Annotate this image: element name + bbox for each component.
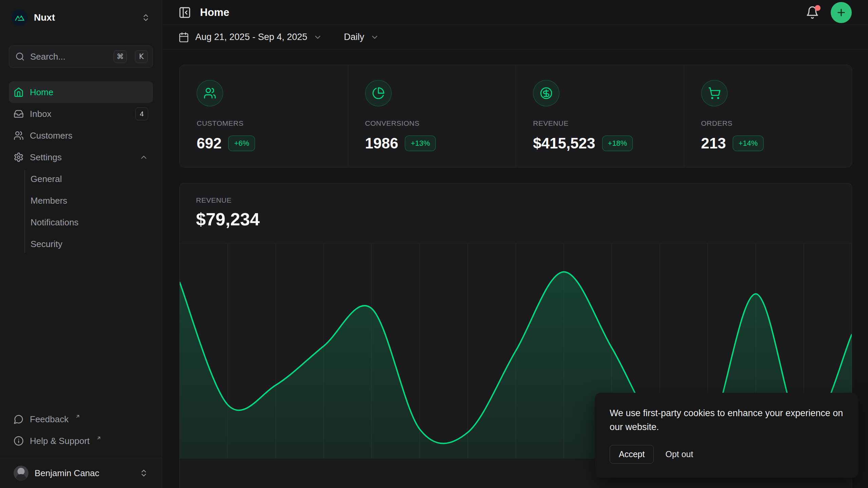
sub-item-label: General — [31, 174, 62, 184]
granularity-select[interactable]: Daily — [344, 32, 379, 42]
sidebar-item-members[interactable]: Members — [31, 190, 153, 211]
chevron-up-icon — [139, 153, 148, 162]
external-link-icon — [96, 435, 101, 441]
collapse-sidebar-icon[interactable] — [178, 6, 191, 19]
stat-label: CONVERSIONS — [365, 119, 499, 127]
inbox-count-badge: 4 — [135, 107, 148, 120]
date-range-label: Aug 21, 2025 - Sep 4, 2025 — [195, 32, 307, 42]
brand-name: Nuxt — [34, 12, 135, 23]
feedback-label: Feedback — [30, 414, 68, 425]
stat-revenue[interactable]: REVENUE $415,523 +18% — [516, 65, 684, 167]
cookie-banner: We use first-party cookies to enhance yo… — [595, 393, 859, 478]
sidebar-item-inbox[interactable]: Inbox 4 — [9, 103, 153, 125]
sidebar-item-label: Home — [30, 87, 148, 98]
page-header: Home — [162, 0, 868, 25]
search-placeholder: Search... — [30, 52, 108, 62]
stat-label: ORDERS — [701, 119, 835, 127]
sidebar-item-home[interactable]: Home — [9, 81, 153, 103]
cmd-keycap: ⌘ — [114, 50, 127, 63]
external-link-icon — [75, 414, 80, 419]
feedback-link[interactable]: Feedback — [9, 408, 153, 430]
info-circle-icon — [14, 436, 24, 446]
optout-cookies-button[interactable]: Opt out — [665, 449, 693, 459]
stat-label: CUSTOMERS — [197, 119, 331, 127]
nuxt-logo-icon — [12, 9, 28, 26]
avatar — [14, 466, 28, 481]
cookie-message: We use first-party cookies to enhance yo… — [610, 406, 844, 434]
settings-submenu: General Members Notifications Security — [9, 168, 153, 255]
inbox-icon — [14, 109, 24, 119]
search-input[interactable]: Search... ⌘ K — [9, 45, 153, 68]
users-icon — [14, 130, 24, 141]
calendar-icon — [178, 32, 189, 43]
message-circle-icon — [14, 414, 24, 424]
stat-delta-badge: +6% — [228, 136, 255, 151]
add-button[interactable] — [831, 2, 852, 23]
stat-value: $415,523 — [533, 135, 595, 152]
stat-value: 692 — [197, 135, 221, 152]
user-name: Benjamin Canac — [35, 468, 133, 479]
stat-delta-badge: +18% — [602, 136, 633, 151]
sub-item-label: Members — [31, 196, 67, 206]
page-title: Home — [200, 6, 229, 19]
stat-label: REVENUE — [533, 119, 667, 127]
sidebar-footer: Feedback Help & Support — [9, 408, 153, 454]
sidebar-item-notifications[interactable]: Notifications — [31, 211, 153, 233]
sub-item-label: Notifications — [31, 217, 79, 228]
workspace-switcher[interactable]: Nuxt — [9, 8, 153, 27]
chevrons-up-down-icon — [141, 13, 150, 22]
sub-item-label: Security — [31, 239, 62, 249]
sidebar-item-label: Settings — [30, 152, 133, 163]
stats-card: CUSTOMERS 692 +6% CONVERSIONS 1986 +13% — [179, 65, 852, 167]
shopping-cart-icon — [701, 80, 728, 106]
sidebar-item-customers[interactable]: Customers — [9, 125, 153, 146]
k-keycap: K — [135, 50, 148, 63]
stat-conversions[interactable]: CONVERSIONS 1986 +13% — [348, 65, 516, 167]
revenue-chart-label: REVENUE — [196, 196, 835, 204]
main-area: Home Aug 21, 2025 - Sep 4, 2025 Daily — [162, 0, 868, 488]
help-support-label: Help & Support — [30, 436, 90, 446]
sidebar-item-general[interactable]: General — [31, 168, 153, 190]
users-icon — [197, 80, 223, 106]
stat-delta-badge: +13% — [405, 136, 436, 151]
sidebar-item-label: Inbox — [30, 109, 129, 119]
sidebar: Nuxt Search... ⌘ K Home Inbox 4 — [0, 0, 162, 488]
revenue-chart-value: $79,234 — [196, 209, 835, 229]
chevron-down-icon — [370, 33, 379, 42]
stat-value: 1986 — [365, 135, 398, 152]
help-support-link[interactable]: Help & Support — [9, 430, 153, 452]
stat-value: 213 — [701, 135, 726, 152]
chevron-down-icon — [313, 33, 322, 42]
search-icon — [15, 52, 25, 61]
circle-dollar-icon — [533, 80, 559, 106]
accept-cookies-button[interactable]: Accept — [610, 445, 654, 464]
notifications-button[interactable] — [806, 6, 819, 19]
sidebar-item-label: Customers — [30, 130, 148, 141]
gear-icon — [14, 152, 24, 162]
date-range-picker[interactable]: Aug 21, 2025 - Sep 4, 2025 — [178, 32, 322, 43]
home-icon — [14, 87, 24, 97]
chevrons-up-down-icon — [139, 469, 148, 477]
unread-dot — [815, 5, 821, 11]
sidebar-item-settings[interactable]: Settings — [9, 146, 153, 168]
stat-customers[interactable]: CUSTOMERS 692 +6% — [180, 65, 348, 167]
filter-toolbar: Aug 21, 2025 - Sep 4, 2025 Daily — [162, 25, 868, 49]
stat-delta-badge: +14% — [733, 136, 764, 151]
sidebar-item-security[interactable]: Security — [31, 233, 153, 255]
stat-orders[interactable]: ORDERS 213 +14% — [684, 65, 852, 167]
sidebar-nav: Home Inbox 4 Customers Settings Ge — [9, 81, 153, 255]
granularity-label: Daily — [344, 32, 364, 42]
user-menu[interactable]: Benjamin Canac — [9, 458, 153, 488]
pie-chart-icon — [365, 80, 392, 106]
